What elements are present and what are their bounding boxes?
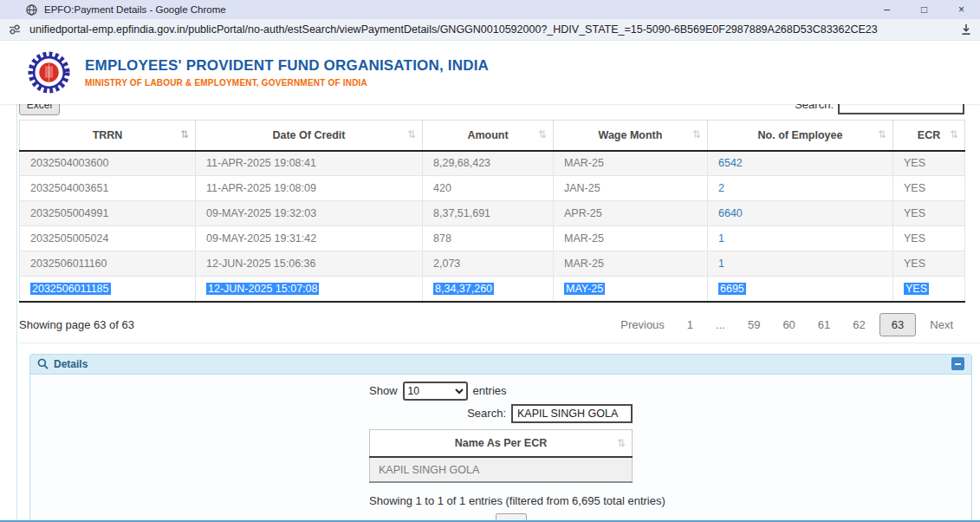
date-of-credit-value: 11-APR-2025 19:08:09 xyxy=(206,182,316,194)
url-bar: unifiedportal-emp.epfindia.gov.in/public… xyxy=(0,19,980,41)
ecr-value: YES xyxy=(904,207,925,219)
amount-value: 878 xyxy=(433,232,451,245)
amount-value: 8,37,51,691 xyxy=(433,207,490,219)
show-label: Show xyxy=(369,384,398,397)
search-icon xyxy=(37,358,49,369)
sort-icon[interactable]: ⇅ xyxy=(617,437,626,449)
date-of-credit-value: 09-MAY-2025 19:31:42 xyxy=(206,232,316,245)
table-row: 2032505005024 09-MAY-2025 19:31:42 878 M… xyxy=(20,226,965,251)
ecr-value: YES xyxy=(904,182,925,194)
page-button-62[interactable]: 62 xyxy=(841,314,876,336)
table-row: 2032505004991 09-MAY-2025 19:32:03 8,37,… xyxy=(20,201,965,226)
ecr-value: YES xyxy=(904,232,925,245)
epfo-logo-icon xyxy=(28,51,70,94)
payments-table: TRRN⇅ Date Of Credit⇅ Amount⇅ Wage Month… xyxy=(19,120,965,303)
employee-count-link[interactable]: 2 xyxy=(718,182,724,194)
sort-icon[interactable]: ⇅ xyxy=(950,128,958,140)
column-header-no-of-employee[interactable]: No. of Employee⇅ xyxy=(708,121,893,151)
minus-icon xyxy=(955,363,961,365)
next-page-button[interactable]: Next xyxy=(918,314,964,336)
column-header-date-of-credit[interactable]: Date Of Credit⇅ xyxy=(196,121,423,151)
ecr-value: YES xyxy=(904,258,925,270)
payments-section: Excel Search: TRRN⇅ Date Of Credit⇅ Amou… xyxy=(19,104,980,343)
employee-count-link[interactable]: 6695 xyxy=(718,283,746,295)
page-content: Excel Search: TRRN⇅ Date Of Credit⇅ Amou… xyxy=(16,104,980,522)
browser-window: EPFO:Payment Details - Google Chrome – □… xyxy=(0,0,980,522)
column-header-amount[interactable]: Amount⇅ xyxy=(423,121,554,151)
page-button-63-active[interactable]: 63 xyxy=(879,313,916,336)
date-of-credit-value: 12-JUN-2025 15:06:36 xyxy=(206,258,315,270)
amount-value: 420 xyxy=(433,182,451,194)
globe-icon xyxy=(26,4,37,16)
close-button[interactable]: × xyxy=(943,0,980,19)
payments-search-input[interactable] xyxy=(838,104,964,114)
download-icon[interactable] xyxy=(960,23,972,36)
employee-count-link[interactable]: 1 xyxy=(718,232,724,245)
minimize-button[interactable]: – xyxy=(868,0,905,19)
column-header-name-as-per-ecr[interactable]: Name As Per ECR⇅ xyxy=(370,429,633,457)
page-button-61[interactable]: 61 xyxy=(807,314,841,336)
table-row: 2032506011160 12-JUN-2025 15:06:36 2,073… xyxy=(20,251,965,277)
page-button-59[interactable]: 59 xyxy=(737,314,771,336)
employee-count-link[interactable]: 1 xyxy=(718,258,724,270)
column-header-trrn[interactable]: TRRN⇅ xyxy=(20,121,196,151)
site-settings-icon[interactable] xyxy=(8,23,22,36)
url-text[interactable]: unifiedportal-emp.epfindia.gov.in/public… xyxy=(29,23,955,36)
details-panel-body: Show 10 entries Search: Name As Per xyxy=(30,375,971,522)
details-title: Details xyxy=(54,358,88,370)
trrn-value: 2032504003651 xyxy=(30,182,108,194)
page-ellipsis: ... xyxy=(704,314,737,336)
table-row-selected: 2032506011185 12-JUN-2025 15:07:08 8,34,… xyxy=(20,277,965,302)
payments-pagination: Previous 1 ... 59 60 61 62 63 Next xyxy=(609,313,964,336)
site-header: EMPLOYEES' PROVIDENT FUND ORGANISATION, … xyxy=(0,41,980,104)
details-search: Search: xyxy=(369,404,633,423)
employee-count-link[interactable]: 6542 xyxy=(718,157,743,169)
details-panel-header[interactable]: Details xyxy=(30,355,971,375)
entries-label: entries xyxy=(473,384,507,397)
table-row: KAPIL SINGH GOLA xyxy=(370,457,633,482)
column-header-wage-month[interactable]: Wage Month⇅ xyxy=(554,121,708,151)
page-button-1[interactable]: 1 xyxy=(676,314,704,336)
employee-count-link[interactable]: 6640 xyxy=(718,207,743,219)
names-header-row: Name As Per ECR⇅ xyxy=(370,429,633,457)
ecr-value: YES xyxy=(904,157,925,169)
table-row: 2032504003600 11-APR-2025 19:08:41 8,29,… xyxy=(20,151,965,176)
sort-icon[interactable]: ⇅ xyxy=(407,128,416,140)
payments-search-label: Search: xyxy=(795,104,834,111)
sort-icon[interactable]: ⇅ xyxy=(878,128,886,140)
sort-icon[interactable]: ⇅ xyxy=(538,128,547,140)
trrn-value: 2032505004991 xyxy=(30,207,108,219)
column-header-ecr[interactable]: ECR⇅ xyxy=(893,121,965,151)
sort-icon[interactable]: ⇅ xyxy=(692,128,701,140)
details-search-label: Search: xyxy=(467,407,506,420)
details-panel: Details Show 10 entries Search: xyxy=(29,354,972,522)
wage-month-value: MAR-25 xyxy=(564,157,604,169)
wage-month-value: MAR-25 xyxy=(564,232,604,245)
page-status: Showing page 63 of 63 xyxy=(19,318,134,331)
date-of-credit-value: 09-MAY-2025 19:32:03 xyxy=(206,207,316,219)
amount-value: 2,073 xyxy=(433,258,460,270)
title-bar: EPFO:Payment Details - Google Chrome – □… xyxy=(0,0,980,19)
collapse-panel-button[interactable] xyxy=(951,357,964,370)
table-row: 2032504003651 11-APR-2025 19:08:09 420 J… xyxy=(20,176,965,201)
details-search-input[interactable] xyxy=(511,404,633,423)
site-header-text: EMPLOYEES' PROVIDENT FUND ORGANISATION, … xyxy=(85,57,489,88)
maximize-button[interactable]: □ xyxy=(905,0,943,19)
excel-export-button[interactable]: Excel xyxy=(19,104,60,115)
date-of-credit-value: 11-APR-2025 19:08:41 xyxy=(206,157,316,169)
previous-page-button[interactable]: Previous xyxy=(609,314,676,336)
trrn-value: 2032506011160 xyxy=(30,258,107,270)
payments-search: Search: xyxy=(795,104,964,119)
trrn-value: 2032504003600 xyxy=(30,157,108,169)
sort-icon[interactable]: ⇅ xyxy=(180,128,189,140)
amount-value: 8,29,68,423 xyxy=(433,157,490,169)
page-button-60[interactable]: 60 xyxy=(771,314,806,336)
entries-per-page-select[interactable]: 10 xyxy=(403,382,468,401)
trrn-value: 2032505005024 xyxy=(30,232,108,245)
payments-header-row: TRRN⇅ Date Of Credit⇅ Amount⇅ Wage Month… xyxy=(20,121,965,151)
payments-toolbar: Excel Search: xyxy=(19,104,964,115)
ministry-line: MINISTRY OF LABOUR & EMPLOYMENT, GOVERNM… xyxy=(85,78,489,88)
show-entries-control: Show 10 entries xyxy=(369,382,633,401)
wage-month-value: MAR-25 xyxy=(564,258,604,270)
trrn-value: 2032506011185 xyxy=(30,283,111,295)
